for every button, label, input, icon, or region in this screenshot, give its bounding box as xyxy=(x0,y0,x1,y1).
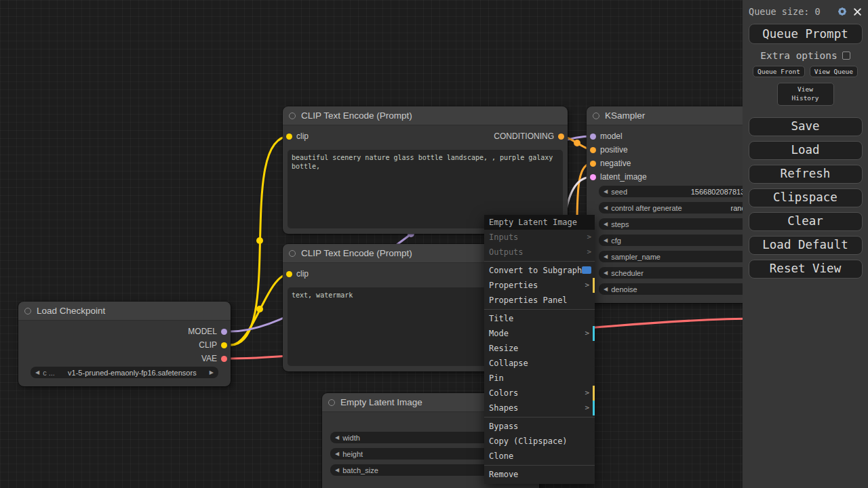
port-label: latent_image xyxy=(600,172,647,182)
menu-item-remove[interactable]: Remove xyxy=(484,467,595,482)
widget-label: denoise xyxy=(611,285,637,293)
menu-item-colors[interactable]: Colors > xyxy=(484,386,595,401)
reset-view-button[interactable]: Reset View xyxy=(749,260,863,279)
menu-item-pin[interactable]: Pin xyxy=(484,371,595,386)
widget-label: width xyxy=(342,434,360,442)
menu-item-shapes[interactable]: Shapes > xyxy=(484,401,595,415)
model-port-dot[interactable] xyxy=(221,329,227,335)
refresh-button[interactable]: Refresh xyxy=(749,165,863,184)
menu-item-label: Shapes xyxy=(489,403,518,413)
decrement-icon[interactable]: ◀ xyxy=(604,286,608,292)
menu-item-label: Outputs xyxy=(489,247,524,257)
port-label: positive xyxy=(600,145,628,155)
subgraph-badge-icon xyxy=(582,266,591,274)
menu-item-properties[interactable]: Properties > xyxy=(484,278,595,293)
input-slot-positive[interactable]: positive xyxy=(590,144,628,155)
decrement-icon[interactable]: ◀ xyxy=(604,188,608,195)
submenu-arrow-icon: > xyxy=(585,278,589,293)
model-port-dot[interactable] xyxy=(590,134,596,140)
collapse-toggle-icon[interactable] xyxy=(289,113,296,119)
input-slot-clip[interactable]: clip xyxy=(286,268,309,279)
extra-options-label: Extra options xyxy=(760,50,837,61)
output-slot-conditioning[interactable]: CONDITIONING xyxy=(494,131,564,142)
graph-canvas[interactable]: CLIP Text Encode (Prompt) clip CONDITION… xyxy=(0,0,868,488)
menu-item-outputs: Outputs > xyxy=(484,245,595,260)
node-context-menu: Empty Latent Image Inputs > Outputs > Co… xyxy=(484,215,595,484)
menu-item-convert-to-subgraph[interactable]: Convert to Subgraph xyxy=(484,263,595,278)
widget-value: v1-5-pruned-emaonly-fp16.safetensors xyxy=(58,369,206,377)
clipspace-button[interactable]: Clipspace xyxy=(749,188,863,207)
decrement-icon[interactable]: ◀ xyxy=(335,467,339,473)
widget-label: steps xyxy=(611,220,629,228)
menu-item-resize[interactable]: Resize xyxy=(484,341,595,356)
decrement-icon[interactable]: ◀ xyxy=(604,221,608,227)
input-slot-model[interactable]: model xyxy=(590,131,623,142)
menu-item-inputs: Inputs > xyxy=(484,230,595,245)
previous-option-icon[interactable]: ◀ xyxy=(35,369,39,375)
save-button[interactable]: Save xyxy=(749,117,863,136)
widget-label: cfg xyxy=(611,237,621,245)
menu-item-collapse[interactable]: Collapse xyxy=(484,356,595,371)
view-queue-button[interactable]: View Queue xyxy=(810,66,858,77)
decrement-icon[interactable]: ◀ xyxy=(335,434,339,441)
conditioning-port-dot[interactable] xyxy=(590,161,596,167)
menu-item-copy-clipspace[interactable]: Copy (Clipspace) xyxy=(484,434,595,449)
clear-button[interactable]: Clear xyxy=(749,212,863,231)
collapse-toggle-icon[interactable] xyxy=(328,399,335,406)
decrement-icon[interactable]: ◀ xyxy=(335,451,339,457)
clip-port-dot[interactable] xyxy=(286,271,292,277)
decrement-icon[interactable]: ◀ xyxy=(604,253,608,260)
output-slot-model[interactable]: MODEL xyxy=(188,326,227,337)
widget-label: sampler_name xyxy=(611,253,660,261)
queue-front-button[interactable]: Queue Front xyxy=(753,66,805,77)
menu-item-properties-panel[interactable]: Properties Panel xyxy=(484,293,595,308)
output-slot-clip[interactable]: CLIP xyxy=(199,340,227,350)
decrement-icon[interactable]: ◀ xyxy=(604,237,608,243)
collapse-toggle-icon[interactable] xyxy=(24,308,31,314)
input-slot-latent-image[interactable]: latent_image xyxy=(590,171,647,182)
port-label: MODEL xyxy=(188,327,217,336)
link-midpoint-dot xyxy=(256,306,263,312)
input-slot-negative[interactable]: negative xyxy=(590,158,631,169)
node-header[interactable]: CLIP Text Encode (Prompt) xyxy=(283,106,568,125)
load-button[interactable]: Load xyxy=(749,141,863,160)
vae-port-dot[interactable] xyxy=(221,356,227,362)
widget-label: height xyxy=(342,450,363,458)
submenu-arrow-icon: > xyxy=(585,386,589,401)
decrement-icon[interactable]: ◀ xyxy=(604,270,608,276)
menu-separator xyxy=(484,465,595,466)
settings-gear-icon[interactable] xyxy=(837,6,848,17)
close-icon[interactable] xyxy=(853,7,862,16)
clip-port-dot[interactable] xyxy=(221,342,227,348)
decrement-icon[interactable]: ◀ xyxy=(604,205,608,211)
latent-port-dot[interactable] xyxy=(590,174,596,180)
menu-item-label: Pin xyxy=(489,373,504,383)
conditioning-port-dot[interactable] xyxy=(590,147,596,153)
conditioning-port-dot[interactable] xyxy=(558,134,564,140)
menu-item-label: Remove xyxy=(489,470,518,479)
port-label: clip xyxy=(296,269,309,279)
queue-prompt-button[interactable]: Queue Prompt xyxy=(749,24,863,44)
clip-port-dot[interactable] xyxy=(286,134,292,140)
menu-item-label: Properties Panel xyxy=(489,296,568,305)
load-default-button[interactable]: Load Default xyxy=(749,236,863,255)
menu-item-title[interactable]: Title xyxy=(484,311,595,326)
node-load-checkpoint[interactable]: Load Checkpoint MODEL CLIP VAE ◀ c ... v… xyxy=(18,302,231,386)
menu-item-label: Resize xyxy=(489,344,518,353)
widget-label: control after generate xyxy=(611,204,682,212)
extra-options-checkbox[interactable] xyxy=(842,52,850,60)
collapse-toggle-icon[interactable] xyxy=(593,113,599,119)
output-slot-vae[interactable]: VAE xyxy=(201,353,227,364)
menu-item-label: Mode xyxy=(489,329,509,338)
view-history-button[interactable]: View History xyxy=(777,83,834,106)
widget-ckpt-name[interactable]: ◀ c ... v1-5-pruned-emaonly-fp16.safeten… xyxy=(31,367,218,378)
context-menu-title: Empty Latent Image xyxy=(484,215,595,230)
menu-item-clone[interactable]: Clone xyxy=(484,449,595,464)
menu-item-mode[interactable]: Mode > xyxy=(484,326,595,341)
menu-item-label: Properties xyxy=(489,281,538,290)
input-slot-clip[interactable]: clip xyxy=(286,131,309,142)
menu-item-bypass[interactable]: Bypass xyxy=(484,419,595,434)
node-header[interactable]: Load Checkpoint xyxy=(18,302,231,321)
next-option-icon[interactable]: ▶ xyxy=(210,369,214,375)
collapse-toggle-icon[interactable] xyxy=(289,250,296,257)
